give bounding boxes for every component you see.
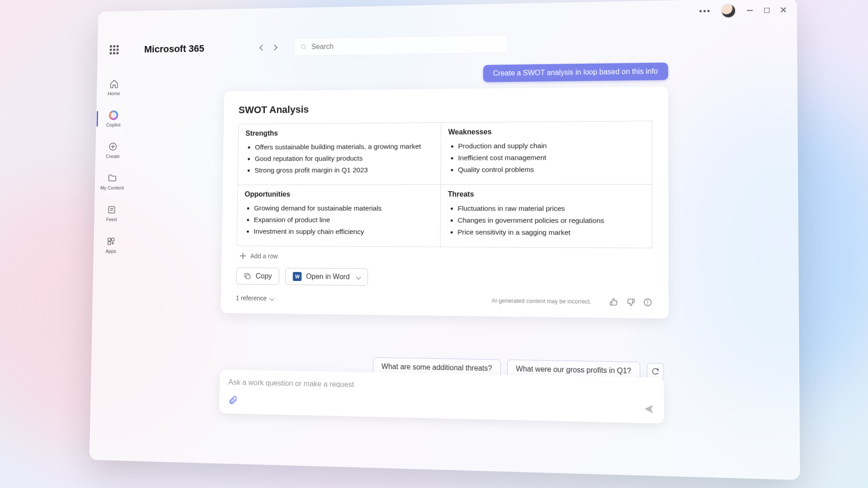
- svg-rect-13: [246, 275, 250, 279]
- home-icon: [109, 79, 119, 89]
- strengths-list: Offers sustainable building materials, a…: [245, 141, 434, 176]
- copy-icon: [243, 272, 251, 280]
- user-message: Create a SWOT analysis in loop based on …: [483, 62, 668, 82]
- feed-icon: [107, 205, 117, 215]
- rail-copilot[interactable]: Copilot: [96, 108, 130, 129]
- quad-heading: Strengths: [245, 128, 434, 138]
- add-row-button[interactable]: Add a row: [236, 252, 652, 262]
- rail-label: Create: [106, 154, 120, 159]
- weaknesses-list: Production and supply chainInefficient c…: [448, 140, 644, 175]
- nav-forward-icon[interactable]: [271, 44, 278, 51]
- refresh-icon: [651, 367, 660, 376]
- list-item: Expansion of product line: [254, 215, 433, 226]
- rail-create[interactable]: Create: [96, 140, 130, 161]
- rail-label: Home: [108, 91, 120, 96]
- list-item: Investment in supply chain efficiency: [254, 226, 433, 237]
- more-icon[interactable]: •••: [699, 6, 711, 16]
- rail-label: Apps: [105, 249, 116, 254]
- nav-arrows: [260, 45, 276, 50]
- copy-label: Copy: [255, 272, 272, 280]
- app-window: ••• Microsoft 365 Home: [90, 0, 800, 480]
- add-row-label: Add a row: [250, 253, 278, 260]
- plus-icon: [240, 253, 246, 259]
- svg-rect-9: [112, 238, 114, 241]
- send-icon: [643, 403, 654, 415]
- thumbs-down-icon[interactable]: [626, 297, 636, 307]
- response-actions: Copy W Open in Word: [236, 267, 652, 288]
- search-input[interactable]: [311, 40, 500, 51]
- app-launcher-icon[interactable]: [110, 45, 119, 55]
- swot-table: Strengths Offers sustainable building ma…: [236, 121, 652, 248]
- quad-heading: Weaknesses: [448, 127, 644, 136]
- open-word-label: Open in Word: [306, 272, 349, 281]
- ai-disclaimer: AI-generated content may be incorrect.: [491, 297, 591, 305]
- list-item: Growing demand for sustainable materials: [254, 203, 433, 214]
- rail-feed[interactable]: Feed: [94, 203, 128, 224]
- window-maximize-icon[interactable]: [764, 8, 769, 13]
- svg-rect-10: [108, 242, 111, 244]
- response-title: SWOT Analysis: [239, 100, 652, 116]
- nav-back-icon[interactable]: [259, 45, 265, 51]
- brand-title: Microsoft 365: [144, 43, 204, 55]
- list-item: Quality control problems: [458, 164, 644, 175]
- chat-panel: Create a SWOT analysis in loop based on …: [132, 59, 780, 465]
- svg-rect-5: [108, 206, 115, 213]
- attach-button[interactable]: [228, 395, 238, 407]
- left-rail: Home Copilot Create My Content Feed Apps: [90, 72, 131, 460]
- list-item: Price sensitivity in a sagging market: [458, 227, 644, 239]
- composer-input[interactable]: [228, 378, 654, 395]
- avatar[interactable]: [722, 4, 736, 18]
- opportunities-list: Growing demand for sustainable materials…: [244, 203, 433, 238]
- list-item: Inefficient cost management: [458, 152, 644, 164]
- search-box[interactable]: [294, 35, 507, 56]
- create-icon: [108, 141, 118, 152]
- word-icon: W: [293, 272, 302, 281]
- list-item: Fluctuations in raw material prices: [458, 203, 644, 214]
- quad-heading: Opportunities: [245, 190, 433, 198]
- folder-icon: [107, 173, 118, 183]
- rail-label: Copilot: [106, 122, 121, 127]
- list-item: Offers sustainable building materials, a…: [255, 141, 434, 153]
- list-item: Good reputation for quality products: [255, 153, 433, 164]
- list-item: Strong gross profit margin in Q1 2023: [255, 164, 433, 176]
- rail-label: Feed: [106, 217, 117, 222]
- references-label: 1 reference: [236, 294, 266, 302]
- swot-strengths-cell: Strengths Offers sustainable building ma…: [238, 122, 441, 185]
- swot-threats-cell: Threats Fluctuations in raw material pri…: [440, 184, 652, 248]
- chevron-down-icon: [269, 296, 274, 301]
- rail-apps[interactable]: Apps: [94, 235, 128, 256]
- svg-line-1: [305, 48, 306, 49]
- svg-rect-8: [108, 238, 111, 241]
- paperclip-icon: [228, 395, 238, 405]
- swot-weaknesses-cell: Weaknesses Production and supply chainIn…: [440, 121, 652, 185]
- assistant-response: SWOT Analysis Strengths Offers sustainab…: [221, 86, 668, 319]
- report-icon[interactable]: [643, 298, 652, 307]
- rail-home[interactable]: Home: [97, 77, 131, 98]
- search-icon: [300, 43, 307, 51]
- window-minimize-icon[interactable]: [746, 7, 754, 14]
- apps-icon: [106, 236, 116, 247]
- response-footer: 1 reference AI-generated content may be …: [236, 293, 652, 307]
- copy-button[interactable]: Copy: [236, 267, 279, 285]
- send-button[interactable]: [643, 403, 654, 417]
- window-close-icon[interactable]: [780, 7, 787, 14]
- rail-label: My Content: [100, 185, 124, 191]
- references-toggle[interactable]: 1 reference: [236, 294, 274, 302]
- composer[interactable]: [219, 370, 664, 423]
- thumbs-up-icon[interactable]: [609, 297, 618, 307]
- list-item: Changes in government policies or regula…: [458, 215, 644, 227]
- copilot-icon: [108, 110, 119, 120]
- quad-heading: Threats: [448, 190, 644, 198]
- list-item: Production and supply chain: [458, 140, 644, 151]
- rail-mycontent[interactable]: My Content: [95, 171, 129, 192]
- svg-point-16: [647, 304, 648, 305]
- threats-list: Fluctuations in raw material pricesChang…: [448, 203, 644, 239]
- chevron-down-icon: [356, 274, 361, 279]
- open-in-word-button[interactable]: W Open in Word: [285, 268, 368, 286]
- swot-opportunities-cell: Opportunities Growing demand for sustain…: [237, 185, 440, 247]
- feedback-buttons: [609, 297, 652, 307]
